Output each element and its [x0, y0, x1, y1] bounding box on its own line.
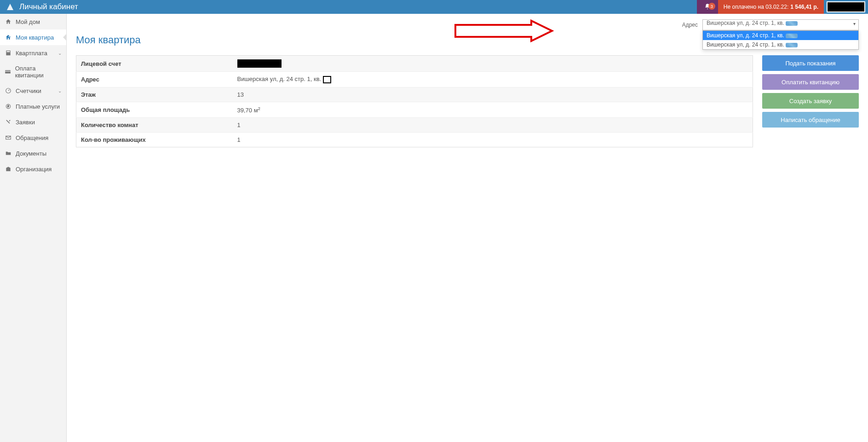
action-buttons-column: Подать показания Оплатить квитанцию Созд… [762, 55, 859, 128]
address-selector-row: Адрес Вишерская ул, д. 24 стр. 1, кв. Ви… [76, 19, 859, 30]
sidebar-label: Заявки [16, 119, 35, 126]
main-content: Адрес Вишерская ул, д. 24 стр. 1, кв. Ви… [67, 14, 868, 153]
apartment-info-table: Лицевой счет Адрес Вишерская ул, д. 24 с… [76, 55, 753, 147]
sidebar-label: Обращения [16, 134, 48, 141]
sidebar-label: Квартплата [16, 50, 47, 57]
address-option[interactable]: Вишерская ул, д. 24 стр. 1, кв. [703, 40, 858, 49]
address-label: Адрес [682, 22, 698, 28]
sidebar: Мой дом Моя квартира Квартплата ⌄ Оплата… [0, 14, 67, 153]
table-row: Количество комнат 1 [76, 117, 753, 132]
folder-icon [5, 150, 12, 153]
redacted-icon [786, 43, 798, 47]
info-value: 13 [233, 87, 753, 102]
write-appeal-button[interactable]: Написать обращение [762, 112, 859, 128]
svg-rect-2 [7, 51, 10, 52]
info-value: 1 [233, 117, 753, 132]
info-label: Общая площадь [76, 102, 233, 117]
redacted-value [323, 76, 331, 83]
table-row: Общая площадь 39,70 м2 [76, 102, 753, 117]
sidebar-label: Оплата квитанции [15, 65, 62, 79]
notification-count-badge: 3 [708, 3, 715, 10]
address-select[interactable]: Вишерская ул, д. 24 стр. 1, кв. [702, 19, 859, 30]
notifications-button[interactable]: 3 [697, 0, 718, 14]
submit-readings-button[interactable]: Подать показания [762, 55, 859, 71]
info-label: Количество комнат [76, 117, 233, 132]
info-label: Этаж [76, 87, 233, 102]
info-value [233, 56, 753, 72]
sidebar-label: Мой дом [16, 18, 40, 25]
chevron-down-icon: ⌄ [58, 88, 62, 93]
sidebar-item-requests[interactable]: Заявки [0, 114, 66, 130]
chevron-down-icon: ⌄ [58, 51, 62, 56]
unpaid-amount: 1 546,41 р. [790, 4, 818, 10]
sidebar-item-paid-services[interactable]: ₽ Платные услуги [0, 99, 66, 114]
sidebar-label: Счетчики [16, 87, 41, 94]
unpaid-banner[interactable]: Не оплачено на 03.02.22: 1 546,41 р. [718, 0, 824, 14]
unpaid-label: Не оплачено на 03.02.22: [724, 4, 789, 10]
sidebar-item-meters[interactable]: Счетчики ⌄ [0, 83, 66, 99]
header-right: 3 Не оплачено на 03.02.22: 1 546,41 р. [697, 0, 868, 14]
content-row: Лицевой счет Адрес Вишерская ул, д. 24 с… [76, 55, 859, 147]
home-icon [5, 18, 12, 25]
sidebar-label: Моя квартира [16, 34, 54, 41]
info-label: Лицевой счет [76, 56, 233, 72]
pay-receipt-button[interactable]: Оплатить квитанцию [762, 74, 859, 90]
header-left: Личный кабинет [0, 1, 78, 12]
svg-rect-4 [6, 71, 11, 71]
info-label: Кол-во проживающих [76, 132, 233, 147]
mail-icon [5, 134, 12, 141]
address-dropdown-panel: Вишерская ул, д. 24 стр. 1, кв. Вишерска… [702, 30, 859, 50]
address-option[interactable]: Вишерская ул, д. 24 стр. 1, кв. [703, 31, 858, 40]
sidebar-item-my-apartment[interactable]: Моя квартира [0, 29, 66, 45]
table-row: Кол-во проживающих 1 [76, 132, 753, 147]
svg-point-0 [9, 36, 10, 37]
svg-rect-3 [6, 70, 11, 74]
table-row: Лицевой счет [76, 56, 753, 72]
card-icon [5, 68, 11, 76]
table-row: Этаж 13 [76, 87, 753, 102]
redacted-icon [786, 34, 798, 38]
sidebar-item-payment[interactable]: Квартплата ⌄ [0, 45, 66, 61]
meter-icon [5, 87, 12, 94]
info-value: 39,70 м2 [233, 102, 753, 117]
info-label: Адрес [76, 72, 233, 87]
create-request-button[interactable]: Создать заявку [762, 93, 859, 109]
user-menu[interactable] [827, 1, 865, 12]
info-value: Вишерская ул, д. 24 стр. 1, кв. [233, 72, 753, 87]
sidebar-item-documents[interactable]: Документы [0, 145, 66, 153]
table-row: Адрес Вишерская ул, д. 24 стр. 1, кв. [76, 72, 753, 87]
sidebar-item-pay-receipt[interactable]: Оплата квитанции [0, 61, 66, 83]
info-value: 1 [233, 132, 753, 147]
sidebar-item-appeals[interactable]: Обращения [0, 130, 66, 145]
redacted-icon [786, 21, 798, 26]
calculator-icon [5, 49, 12, 57]
sidebar-label: Документы [16, 150, 46, 153]
header-title: Личный кабинет [19, 2, 78, 12]
svg-text:₽: ₽ [7, 105, 9, 108]
redacted-value [237, 59, 282, 68]
sidebar-item-my-home[interactable]: Мой дом [0, 14, 66, 29]
app-logo-icon [5, 1, 16, 12]
key-icon [5, 34, 12, 41]
tools-icon [5, 118, 12, 126]
sidebar-label: Платные услуги [16, 103, 60, 110]
address-selected-value: Вишерская ул, д. 24 стр. 1, кв. [707, 20, 784, 26]
app-header: Личный кабинет 3 Не оплачено на 03.02.22… [0, 0, 868, 14]
coin-icon: ₽ [5, 103, 12, 110]
